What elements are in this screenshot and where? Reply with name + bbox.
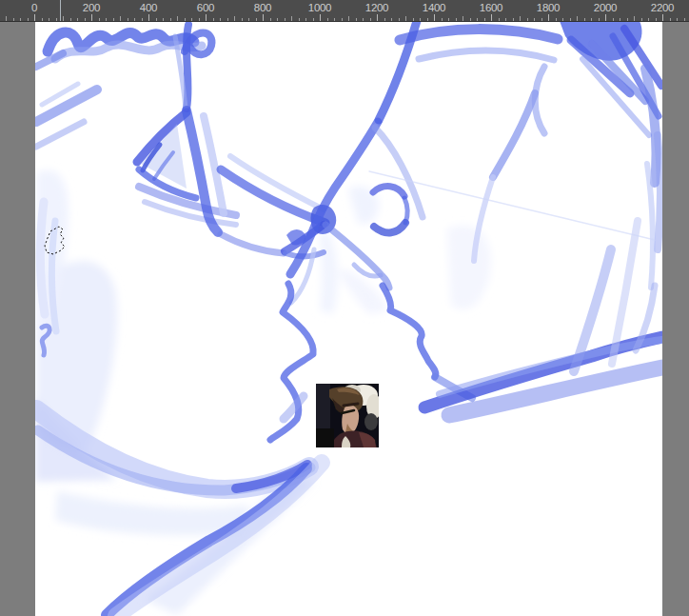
- ruler-tick: [584, 18, 585, 21]
- ruler-tick: [613, 18, 614, 21]
- ruler-tick: [363, 18, 364, 21]
- ruler-tick: [477, 18, 478, 21]
- photo-shape: [364, 413, 378, 430]
- ruler-tick: [356, 18, 357, 21]
- ruler-tick: [13, 18, 14, 21]
- ruler-tick: [163, 18, 164, 21]
- ruler-tick: [142, 18, 143, 21]
- brush-stroke: [493, 93, 535, 177]
- ruler-tick: [391, 18, 392, 21]
- ruler-tick: [134, 18, 135, 21]
- ruler-tick: [470, 18, 471, 21]
- ruler-tick: [156, 18, 157, 21]
- ruler-tick: [505, 18, 506, 21]
- ruler-tick: [499, 18, 500, 21]
- ruler-tick: [106, 18, 107, 21]
- ruler-label: 600: [197, 2, 214, 14]
- ruler-tick: [442, 18, 443, 21]
- ruler-tick: [662, 14, 663, 21]
- brush-stroke: [221, 234, 284, 253]
- ruler-tick: [99, 18, 100, 21]
- brush-stroke: [373, 187, 404, 196]
- ruler-tick: [49, 18, 49, 21]
- ruler-tick: [484, 18, 485, 21]
- ruler-tick: [520, 16, 521, 21]
- ruler-tick: [148, 14, 149, 21]
- ruler-tick: [677, 18, 678, 21]
- ruler-tick: [327, 18, 328, 21]
- ruler-tick: [42, 18, 43, 21]
- ruler-tick: [170, 18, 171, 21]
- ruler-tick: [384, 18, 385, 21]
- ruler-tick: [270, 18, 271, 21]
- ruler-label: 200: [83, 2, 100, 14]
- ruler-tick: [377, 14, 378, 21]
- ruler-tick: [177, 16, 178, 21]
- ruler-tick: [541, 18, 542, 21]
- brush-stroke: [319, 230, 338, 314]
- ruler-tick: [234, 16, 235, 21]
- brush-stroke: [374, 223, 405, 232]
- ruler-label: 2000: [594, 2, 617, 14]
- brush-stroke: [383, 286, 436, 377]
- ruler-tick: [185, 18, 186, 21]
- ruler-tick: [591, 18, 592, 21]
- brush-stroke: [447, 226, 491, 309]
- ruler-label: 800: [254, 2, 271, 14]
- ruler-tick: [85, 18, 86, 21]
- ruler-tick: [6, 16, 7, 21]
- ruler-tick: [577, 16, 578, 21]
- brush-stroke: [400, 30, 558, 40]
- ruler-tick: [370, 18, 371, 21]
- ruler-tick: [120, 16, 121, 21]
- ruler-tick: [463, 16, 463, 21]
- brush-stroke: [404, 198, 407, 223]
- ruler-tick: [248, 18, 249, 21]
- horizontal-ruler[interactable]: 0200400600800100012001400160018002000220…: [0, 0, 689, 22]
- brush-stroke: [187, 25, 188, 109]
- ruler-cursor-indicator: [60, 0, 61, 21]
- ruler-tick: [562, 18, 563, 21]
- ruler-tick: [263, 14, 264, 21]
- ruler-tick: [242, 18, 243, 21]
- ruler-tick: [670, 18, 671, 21]
- ruler-tick: [285, 18, 285, 21]
- ruler-tick: [34, 14, 35, 21]
- ruler-tick: [299, 18, 300, 21]
- ruler-tick: [513, 18, 514, 21]
- ruler-tick: [413, 18, 414, 21]
- ruler-label: 0: [31, 2, 37, 14]
- ruler-tick: [56, 18, 57, 21]
- reference-photo[interactable]: [316, 384, 382, 447]
- ruler-tick: [291, 16, 292, 21]
- ruler-tick: [348, 16, 349, 21]
- ruler-tick: [491, 14, 492, 21]
- brush-stroke: [535, 67, 544, 133]
- brush-stroke: [419, 50, 554, 60]
- ruler-tick: [684, 18, 685, 21]
- ruler-tick: [527, 18, 528, 21]
- ruler-tick: [599, 18, 600, 21]
- ruler-tick: [277, 18, 278, 21]
- ruler-label: 1200: [365, 2, 388, 14]
- ruler-tick: [434, 14, 435, 21]
- ruler-tick: [556, 18, 557, 21]
- ruler-tick: [656, 18, 657, 21]
- brush-stroke: [369, 171, 655, 240]
- ruler-label: 2200: [651, 2, 674, 14]
- ruler-tick: [199, 18, 200, 21]
- ruler-tick: [456, 18, 457, 21]
- ruler-tick: [113, 18, 114, 21]
- ruler-tick: [63, 16, 64, 21]
- ruler-label: 1800: [537, 2, 560, 14]
- brush-stroke: [647, 164, 653, 288]
- ruler-tick: [570, 18, 571, 21]
- ruler-tick: [256, 18, 257, 21]
- sketch-shading-layer: [35, 170, 491, 615]
- editor-viewport: 0200400600800100012001400160018002000220…: [0, 0, 689, 616]
- ruler-tick: [420, 18, 421, 21]
- ruler-tick: [313, 18, 314, 21]
- ruler-tick: [20, 18, 21, 21]
- ruler-tick: [213, 18, 214, 21]
- ruler-tick: [334, 18, 335, 21]
